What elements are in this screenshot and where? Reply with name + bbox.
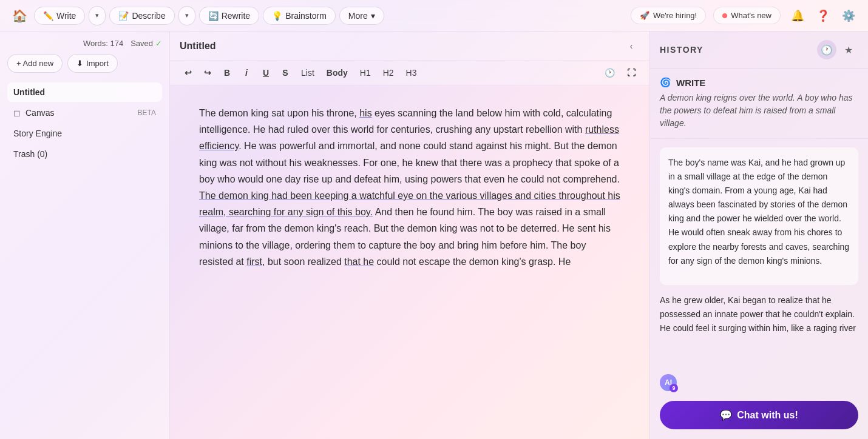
describe-dropdown[interactable]: ▾ [178,6,195,25]
sidebar-actions: + Add new ⬇ Import [7,54,162,73]
sidebar-item-canvas[interactable]: ◻ Canvas BETA [7,103,162,122]
write-button[interactable]: ✏️ Write [34,7,85,25]
editor-column: Untitled ‹ ↩ ↪ B i U S List Body H1 H2 H… [170,32,649,439]
redo-button[interactable]: ↪ [199,64,216,81]
chat-icon: 💬 [720,409,732,421]
ai-response-text-2: As he grew older, Kai began to realize t… [660,293,858,335]
history-tab-btn[interactable]: 🕐 [817,40,836,59]
hiring-label: We're hiring! [653,11,697,20]
write-section-title: WRITE [676,78,705,88]
list-button[interactable]: List [296,66,319,79]
sidebar-story-engine-label: Story Engine [13,129,62,138]
brainstorm-button[interactable]: 💡 Brainstorm [263,7,336,25]
write-section: 🌀 WRITE A demon king reigns over the wor… [650,69,868,139]
bold-button[interactable]: B [219,64,236,81]
more-label: More [348,11,368,21]
ai-response-text-1: The boy's name was Kai, and he had grown… [668,156,850,268]
describe-dropdown-arrow: ▾ [185,12,189,19]
history-icon-btn[interactable]: 🕐 [601,64,618,81]
panel-title: HISTORY [660,45,704,55]
saved-check: ✓ [155,39,162,48]
top-bar-left: 🏠 ✏️ Write ▾ 📝 Describe ▾ 🔄 Rewrite 💡 [10,6,384,25]
format-toolbar-icons: ↩ ↪ B i U S List Body H1 H2 H3 [180,64,422,81]
sidebar: Words: 174 Saved ✓ + Add new ⬇ Import Un… [0,32,170,439]
rewrite-icon: 🔄 [208,11,219,21]
ruthless-efficiency-underline: ruthless efficiency [199,124,619,151]
sidebar-item-story-engine[interactable]: Story Engine [7,124,162,143]
add-new-button[interactable]: + Add new [7,54,63,73]
whats-new-button[interactable]: What's new [713,7,781,24]
doc-title: Untitled [180,41,623,52]
sidebar-item-untitled[interactable]: Untitled [7,82,162,102]
first-underline: first, [246,256,265,267]
sidebar-item-trash[interactable]: Trash (0) [7,144,162,164]
avatar-badge: AI 9 [660,374,677,391]
hiring-icon: 🚀 [640,11,649,20]
settings-icon[interactable]: ⚙️ [839,6,858,25]
hiring-button[interactable]: 🚀 We're hiring! [631,7,706,24]
whats-new-dot [722,13,727,18]
write-section-label: 🌀 WRITE [660,77,858,88]
right-panel: HISTORY 🕐 ★ 🌀 WRITE A demon king reigns … [649,32,868,439]
home-icon[interactable]: 🏠 [10,6,29,25]
strikethrough-button[interactable]: S [277,64,294,81]
chat-button[interactable]: 💬 Chat with us! [660,401,858,429]
whats-new-label: What's new [731,11,771,20]
describe-button[interactable]: 📝 Describe [109,7,174,25]
import-label: Import [86,59,109,68]
rewrite-button[interactable]: 🔄 Rewrite [199,7,259,25]
bell-icon[interactable]: 🔔 [788,6,807,25]
toolbar-right-icons: 🕐 ⛶ [601,64,640,81]
italic-button[interactable]: i [238,64,255,81]
more-button[interactable]: More ▾ [339,7,384,25]
write-label: Write [56,11,76,21]
write-icon: ✏️ [43,11,53,21]
his-underline: his [359,108,371,118]
saved-label: Saved [131,39,153,48]
panel-content: The boy's name was Kai, and he had grown… [650,139,868,369]
format-toolbar: ↩ ↪ B i U S List Body H1 H2 H3 🕐 ⛶ [170,61,649,85]
sidebar-nav: Untitled ◻ Canvas BETA Story Engine Tras… [7,82,162,164]
write-dropdown[interactable]: ▾ [89,6,106,25]
notification-number: 9 [670,384,678,392]
avatar-row: AI 9 [650,369,868,401]
describe-label: Describe [132,11,165,21]
watchful-eye-underline: The demon king had been keeping a watchf… [199,190,620,217]
canvas-icon: ◻ [13,108,21,118]
expand-icon-btn[interactable]: ⛶ [623,64,640,81]
word-count-row: Words: 174 Saved ✓ [7,39,162,48]
describe-icon: 📝 [118,11,129,21]
top-icons: 🔔 ❓ ⚙️ [788,6,858,25]
write-prompt: A demon king reigns over the world. A bo… [660,92,858,130]
toolbar-group: ✏️ Write ▾ 📝 Describe ▾ 🔄 Rewrite 💡 Brai… [34,6,384,25]
canvas-badge: BETA [138,109,156,117]
top-bar-right: 🚀 We're hiring! What's new 🔔 ❓ ⚙️ [631,6,858,25]
brainstorm-icon: 💡 [272,11,282,21]
more-arrow: ▾ [371,11,375,21]
sidebar-untitled-label: Untitled [13,87,45,97]
rewrite-label: Rewrite [222,11,250,21]
body-button[interactable]: Body [322,66,353,79]
saved-badge: Saved ✓ [131,39,162,48]
collapse-button[interactable]: ‹ [623,38,640,55]
panel-header: HISTORY 🕐 ★ [650,32,868,69]
h2-button[interactable]: H2 [378,66,399,79]
top-bar: 🏠 ✏️ Write ▾ 📝 Describe ▾ 🔄 Rewrite 💡 [0,0,868,32]
sidebar-trash-label: Trash (0) [13,149,47,159]
import-icon: ⬇ [76,59,83,68]
help-icon[interactable]: ❓ [813,6,833,25]
chat-button-label: Chat with us! [737,410,798,421]
h1-button[interactable]: H1 [355,66,376,79]
undo-button[interactable]: ↩ [180,64,197,81]
inner-wrapper: Words: 174 Saved ✓ + Add new ⬇ Import Un… [0,32,868,439]
word-count-label: Words: 174 [83,39,123,48]
editor-content[interactable]: The demon king sat upon his throne, his … [170,85,649,439]
star-tab-btn[interactable]: ★ [839,40,858,59]
add-new-label: + Add new [16,59,53,68]
editor-header-row: Untitled ‹ [170,32,649,61]
h3-button[interactable]: H3 [401,66,422,79]
ai-response-card-1: The boy's name was Kai, and he had grown… [660,147,858,285]
brainstorm-label: Brainstorm [285,11,327,21]
underline-button[interactable]: U [257,64,274,81]
import-button[interactable]: ⬇ Import [67,54,118,73]
